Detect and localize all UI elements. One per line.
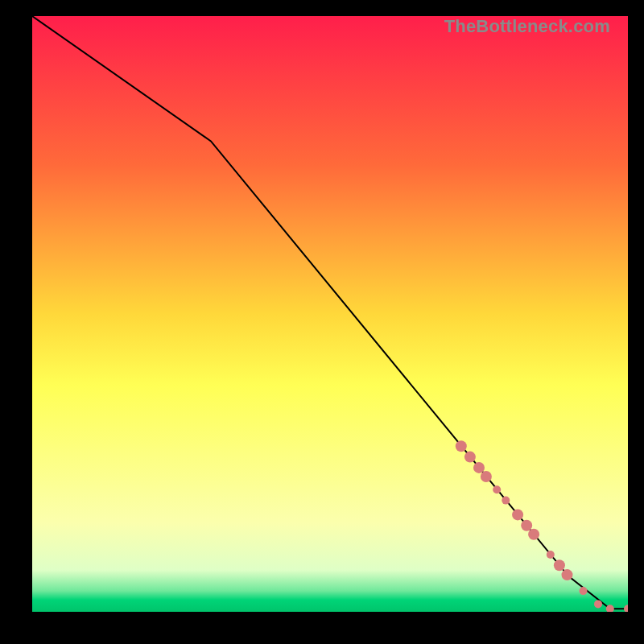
highlight-point (456, 440, 467, 452)
highlight-point (512, 509, 523, 520)
chart-frame: TheBottleneck.com (0, 0, 644, 644)
chart-overlay (32, 16, 628, 612)
highlight-point (594, 600, 602, 608)
highlight-point (481, 471, 492, 482)
highlight-point (493, 485, 501, 493)
highlight-point (521, 520, 532, 531)
highlight-point (554, 559, 565, 571)
highlight-point (580, 587, 588, 595)
highlight-point (528, 529, 539, 540)
plot-area: TheBottleneck.com (32, 16, 628, 612)
highlight-point (464, 452, 476, 463)
highlight-points (456, 440, 628, 612)
bottleneck-curve (32, 16, 628, 609)
highlight-point (502, 497, 510, 505)
highlight-point (547, 551, 555, 559)
highlight-point (562, 569, 573, 580)
highlight-point (624, 605, 628, 612)
highlight-point (473, 462, 485, 473)
